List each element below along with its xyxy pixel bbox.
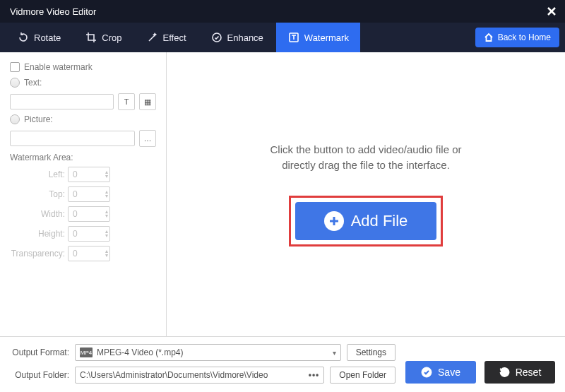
transparency-stepper[interactable]: 0▴▾ — [68, 246, 110, 261]
text-radio-label: Text: — [24, 78, 42, 88]
add-file-button[interactable]: Add File — [295, 202, 436, 240]
output-folder-input[interactable]: C:\Users\Administrator\Documents\Vidmore… — [75, 367, 324, 384]
browse-folder-icon[interactable]: ••• — [309, 370, 320, 380]
add-file-highlight: Add File — [289, 196, 443, 247]
tab-label: Rotate — [34, 32, 61, 43]
enhance-icon — [210, 31, 223, 44]
main-body: Enable watermark Text: T ▦ Picture: … Wa… — [0, 52, 565, 336]
settings-button[interactable]: Settings — [347, 344, 396, 361]
height-stepper[interactable]: 0▴▾ — [68, 226, 110, 242]
watermark-picture-input[interactable] — [10, 131, 135, 146]
left-stepper[interactable]: 0▴▾ — [68, 167, 110, 182]
watermark-icon — [287, 31, 300, 44]
home-icon — [484, 32, 494, 42]
plus-icon — [324, 211, 344, 231]
reset-label: Reset — [516, 367, 542, 378]
tab-label: Crop — [102, 32, 121, 43]
preview-hint: Click the button to add video/audio file… — [270, 142, 461, 173]
font-icon: T — [124, 97, 129, 106]
font-button[interactable]: T — [118, 93, 135, 110]
tab-enhance[interactable]: Enhance — [199, 23, 275, 52]
watermark-area-label: Watermark Area: — [10, 153, 156, 162]
mp4-icon: MP4 — [80, 348, 93, 357]
width-label: Width: — [10, 209, 68, 219]
tab-rotate[interactable]: Rotate — [6, 23, 72, 52]
tab-label: Enhance — [227, 32, 263, 43]
rotate-icon — [17, 31, 30, 44]
window-title: Vidmore Video Editor — [10, 6, 545, 17]
watermark-text-input[interactable] — [10, 94, 114, 109]
transparency-label: Transparency: — [10, 249, 68, 259]
stepper-arrows-icon: ▴▾ — [105, 190, 108, 198]
text-radio[interactable] — [10, 78, 20, 88]
tab-watermark[interactable]: Watermark — [276, 23, 360, 52]
output-folder-value: C:\Users\Administrator\Documents\Vidmore… — [80, 370, 268, 380]
ellipsis-icon: … — [144, 134, 152, 143]
footer: Output Format: MP4 MPEG-4 Video (*.mp4) … — [0, 336, 565, 392]
output-format-label: Output Format: — [10, 348, 69, 357]
height-label: Height: — [10, 229, 68, 239]
tab-label: Watermark — [304, 32, 349, 43]
save-label: Save — [438, 367, 460, 378]
stepper-arrows-icon: ▴▾ — [105, 170, 108, 179]
left-label: Left: — [10, 170, 68, 179]
browse-picture-button[interactable]: … — [139, 130, 156, 147]
width-stepper[interactable]: 0▴▾ — [68, 206, 110, 222]
close-icon — [547, 6, 557, 16]
stepper-arrows-icon: ▴▾ — [105, 249, 108, 258]
color-icon: ▦ — [144, 97, 151, 107]
top-stepper[interactable]: 0▴▾ — [68, 186, 110, 202]
titlebar: Vidmore Video Editor — [0, 0, 565, 23]
picture-radio-label: Picture: — [24, 114, 53, 124]
reset-icon — [499, 367, 510, 378]
output-folder-label: Output Folder: — [10, 370, 69, 380]
chevron-down-icon: ▾ — [333, 349, 336, 357]
add-file-label: Add File — [351, 212, 408, 230]
preview-area[interactable]: Click the button to add video/audio file… — [167, 52, 565, 336]
watermark-sidebar: Enable watermark Text: T ▦ Picture: … Wa… — [0, 52, 167, 336]
close-button[interactable] — [545, 5, 558, 18]
crop-icon — [85, 31, 97, 44]
effect-icon — [146, 31, 159, 44]
reset-button[interactable]: Reset — [484, 361, 555, 384]
back-to-home-button[interactable]: Back to Home — [475, 28, 559, 47]
stepper-arrows-icon: ▴▾ — [105, 230, 108, 238]
picture-radio[interactable] — [10, 114, 20, 124]
back-to-home-label: Back to Home — [498, 32, 551, 42]
check-circle-icon — [421, 367, 432, 378]
output-format-value: MPEG-4 Video (*.mp4) — [97, 348, 184, 357]
color-button[interactable]: ▦ — [139, 93, 156, 110]
stepper-arrows-icon: ▴▾ — [105, 210, 108, 218]
save-button[interactable]: Save — [405, 361, 476, 384]
tab-effect[interactable]: Effect — [135, 23, 198, 52]
top-label: Top: — [10, 189, 68, 199]
tab-label: Effect — [163, 32, 186, 43]
tab-crop[interactable]: Crop — [73, 23, 133, 52]
tabbar: Rotate Crop Effect Enhance Watermark Bac… — [0, 23, 565, 52]
enable-watermark-checkbox[interactable] — [10, 62, 20, 72]
enable-watermark-label: Enable watermark — [24, 62, 93, 72]
output-format-select[interactable]: MP4 MPEG-4 Video (*.mp4) ▾ — [75, 344, 341, 361]
open-folder-button[interactable]: Open Folder — [330, 367, 396, 384]
